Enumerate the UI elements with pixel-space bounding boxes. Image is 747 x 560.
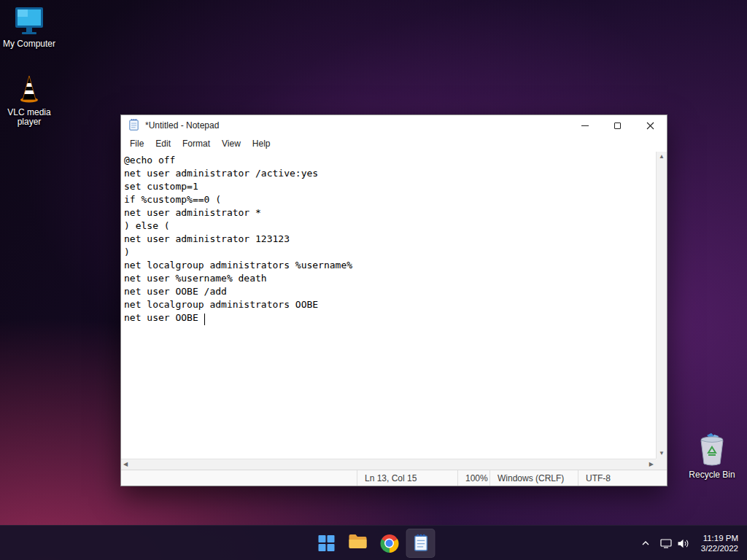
desktop: My Computer VLC media player Re xyxy=(0,0,747,560)
icon-label: My Computer xyxy=(1,39,58,49)
menu-file[interactable]: File xyxy=(124,137,150,150)
status-bar: Ln 13, Col 15 100% Windows (CRLF) UTF-8 xyxy=(121,470,667,486)
taskbar-chrome-button[interactable] xyxy=(375,529,404,558)
network-icon xyxy=(660,538,672,548)
desktop-icon-recycle-bin[interactable]: Recycle Bin xyxy=(684,432,740,480)
icon-label: Recycle Bin xyxy=(684,470,740,480)
text-line: net user OOBE /add xyxy=(124,285,656,298)
taskbar: 11:19 PM 3/22/2022 xyxy=(0,525,747,560)
notepad-text-area[interactable]: @echo offnet user administrator /active:… xyxy=(121,152,656,459)
scroll-down-icon[interactable]: ▼ xyxy=(657,448,667,459)
desktop-icon-my-computer[interactable]: My Computer xyxy=(1,6,58,49)
text-line: net localgroup administrators %username% xyxy=(124,259,656,272)
start-button[interactable] xyxy=(312,529,341,558)
scrollbar-corner xyxy=(656,459,667,470)
chrome-icon xyxy=(380,534,398,553)
text-line: net user administrator 123123 xyxy=(124,233,656,246)
status-encoding: UTF-8 xyxy=(578,470,667,486)
maximize-icon xyxy=(614,122,621,129)
status-line-ending: Windows (CRLF) xyxy=(489,470,578,486)
menu-bar: File Edit Format View Help xyxy=(121,136,667,152)
title-bar[interactable]: *Untitled - Notepad xyxy=(121,115,667,136)
text-caret xyxy=(204,314,205,325)
text-line: net user %username% death xyxy=(124,272,656,285)
minimize-button[interactable] xyxy=(568,115,601,136)
window-title: *Untitled - Notepad xyxy=(145,120,219,131)
text-line: ) else ( xyxy=(124,219,656,233)
tray-system-icons-button[interactable] xyxy=(656,529,694,558)
scroll-up-icon[interactable]: ▲ xyxy=(657,152,667,162)
taskbar-clock[interactable]: 11:19 PM 3/22/2022 xyxy=(695,533,744,553)
text-line: net user administrator /active:yes xyxy=(124,167,656,180)
text-line: set customp=1 xyxy=(124,180,656,193)
notepad-icon xyxy=(128,118,139,133)
notepad-icon xyxy=(413,533,428,554)
notepad-window: *Untitled - Notepad File Edit Format Vie… xyxy=(120,114,667,486)
tray-overflow-button[interactable] xyxy=(637,529,654,558)
text-line: net user administrator * xyxy=(124,206,656,219)
windows-logo-icon xyxy=(319,535,335,551)
close-icon xyxy=(646,122,654,130)
speaker-icon xyxy=(677,538,689,549)
text-line: net localgroup administrators OOBE xyxy=(124,298,656,311)
recycle-bin-icon xyxy=(684,432,740,467)
text-line: if %customp%==0 ( xyxy=(124,193,656,206)
vertical-scrollbar[interactable]: ▲ ▼ xyxy=(656,152,667,459)
menu-help[interactable]: Help xyxy=(247,137,276,150)
taskbar-file-explorer-button[interactable] xyxy=(344,529,373,558)
text-line: @echo off xyxy=(124,154,656,167)
menu-format[interactable]: Format xyxy=(177,137,216,150)
folder-icon xyxy=(349,534,368,553)
clock-time: 11:19 PM xyxy=(701,533,738,543)
chevron-up-icon xyxy=(641,540,650,546)
maximize-button[interactable] xyxy=(601,115,634,136)
close-button[interactable] xyxy=(634,115,667,136)
icon-label: VLC media player xyxy=(1,108,58,127)
desktop-icon-vlc[interactable]: VLC media player xyxy=(1,73,58,127)
menu-edit[interactable]: Edit xyxy=(150,137,177,150)
scroll-right-icon[interactable]: ▶ xyxy=(647,459,656,470)
clock-date: 3/22/2022 xyxy=(701,543,738,553)
horizontal-scrollbar[interactable]: ◀ ▶ xyxy=(121,459,656,470)
minimize-icon xyxy=(581,125,589,126)
taskbar-notepad-button[interactable] xyxy=(406,529,436,558)
text-line: ) xyxy=(124,246,656,259)
vlc-cone-icon xyxy=(1,73,58,105)
text-lines: @echo offnet user administrator /active:… xyxy=(124,154,656,324)
status-cursor-position: Ln 13, Col 15 xyxy=(357,470,457,486)
my-computer-icon xyxy=(1,6,58,36)
scroll-left-icon[interactable]: ◀ xyxy=(121,459,130,470)
status-zoom-level: 100% xyxy=(457,470,489,486)
menu-view[interactable]: View xyxy=(216,137,247,150)
